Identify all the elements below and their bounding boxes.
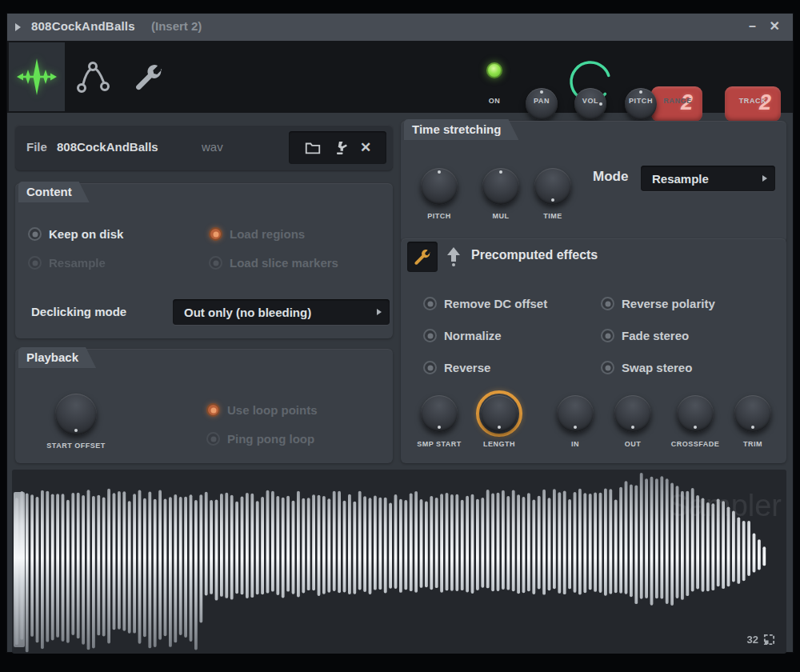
track-label: TRACK [739, 97, 767, 105]
load-regions-checkbox[interactable] [209, 227, 222, 241]
precomputed-wrench-button[interactable] [407, 242, 438, 272]
dropdown-arrow-icon [762, 175, 767, 182]
keep-on-disk-checkbox[interactable] [28, 227, 42, 241]
playback-header: Playback [18, 347, 96, 368]
ts-mul-label: MUL [493, 212, 510, 220]
waveform-icon [16, 56, 58, 98]
load-slice-markers-checkbox[interactable] [209, 256, 222, 270]
file-buttons: ✕ [289, 131, 386, 164]
channel-enable-led[interactable] [486, 62, 502, 78]
window-subtitle: (Insert 2) [151, 19, 202, 33]
on-label: ON [489, 97, 501, 105]
stretch-mode-value: Resample [652, 172, 709, 186]
ping-pong-loop-label[interactable]: Ping pong loop [227, 432, 314, 446]
swap-stereo-label[interactable]: Swap stereo [622, 361, 692, 374]
fade-stereo-checkbox[interactable] [601, 329, 614, 342]
dropdown-arrow-icon [377, 309, 382, 315]
smp-start-label: SMP START [417, 440, 462, 448]
declicking-mode-value: Out only (no bleeding) [184, 306, 311, 319]
wrench-icon [133, 61, 165, 93]
normalize-checkbox[interactable] [423, 329, 437, 342]
selection-square-icon [763, 634, 775, 646]
file-extension: wav [202, 140, 223, 154]
mode-label: Mode [593, 169, 628, 185]
remove-dc-offset-label[interactable]: Remove DC offset [444, 297, 547, 310]
waveform-display[interactable]: 32 [12, 470, 786, 654]
load-slice-markers-label[interactable]: Load slice markers [230, 256, 338, 270]
resample-checkbox[interactable] [28, 256, 42, 270]
envelope-icon [75, 59, 110, 94]
start-offset-label: START OFFSET [46, 442, 105, 450]
close-button[interactable]: ✕ [770, 18, 780, 35]
reverse-polarity-checkbox[interactable] [601, 297, 614, 310]
ping-pong-loop-checkbox[interactable] [206, 432, 220, 446]
declicking-mode-label: Declicking mode [31, 305, 126, 318]
ts-mul-knob[interactable] [482, 168, 519, 205]
ts-time-knob[interactable] [534, 168, 571, 205]
minimize-button[interactable]: – [749, 18, 756, 35]
keep-on-disk-label[interactable]: Keep on disk [49, 227, 123, 241]
channel-options-arrow-icon[interactable] [15, 23, 21, 31]
load-regions-label[interactable]: Load regions [230, 227, 305, 241]
normalize-label[interactable]: Normalize [444, 329, 502, 342]
out-label: OUT [625, 440, 642, 448]
range-label: RANGE [663, 97, 692, 105]
start-offset-knob[interactable] [55, 394, 97, 435]
title-bar[interactable]: 808CockAndBalls (Insert 2) – ✕ [7, 14, 793, 42]
reverse-checkbox[interactable] [423, 361, 437, 374]
length-label: LENGTH [483, 440, 515, 448]
content-header: Content [18, 182, 90, 202]
resample-label[interactable]: Resample [49, 256, 106, 270]
ts-pitch-label: PITCH [427, 212, 451, 220]
declicking-mode-dropdown[interactable]: Out only (no bleeding) [173, 299, 390, 325]
vol-label: VOL [582, 97, 598, 105]
tab-sample[interactable] [9, 42, 65, 111]
in-knob[interactable] [557, 395, 594, 432]
precomputed-effects-group: Precomputed effects Remove DC offset Rev… [401, 238, 786, 463]
file-name: 808CockAndBalls [57, 140, 158, 154]
playback-group: Playback START OFFSET Use loop points Pi… [15, 349, 393, 463]
unload-sample-icon[interactable]: ✕ [360, 139, 371, 156]
sampler-channel-window: 808CockAndBalls (Insert 2) – ✕ [6, 13, 794, 653]
toolbar: ON PAN VOL 2 PITCH RANGE 2 TRACK [7, 41, 793, 113]
ts-time-label: TIME [543, 212, 562, 220]
pitch-label: PITCH [629, 97, 653, 105]
file-label: File [26, 140, 47, 154]
stamp-icon[interactable] [333, 140, 349, 156]
file-panel: File 808CockAndBalls wav ✕ [15, 125, 393, 170]
in-label: IN [571, 440, 579, 448]
ts-pitch-knob[interactable] [421, 168, 458, 205]
content-group: Content Keep on disk Load regions Resamp… [15, 183, 393, 338]
wrench-icon [413, 247, 432, 266]
waveform-canvas[interactable] [12, 470, 786, 654]
bit-depth-indicator: 32 [747, 634, 758, 646]
trim-knob[interactable] [734, 395, 771, 432]
smp-start-knob[interactable] [421, 395, 458, 432]
window-title: 808CockAndBalls [31, 19, 135, 33]
tab-misc-functions[interactable] [121, 42, 177, 111]
length-knob[interactable] [481, 395, 518, 432]
out-knob[interactable] [614, 395, 651, 432]
reverse-polarity-label[interactable]: Reverse polarity [622, 297, 715, 310]
precomputed-header: Precomputed effects [471, 248, 598, 262]
waveform-info: 32 [747, 634, 775, 646]
swap-stereo-checkbox[interactable] [601, 361, 614, 374]
fade-stereo-label[interactable]: Fade stereo [622, 329, 689, 342]
screen: 808CockAndBalls (Insert 2) – ✕ [0, 0, 800, 672]
remove-dc-offset-checkbox[interactable] [423, 297, 437, 310]
stretch-mode-dropdown[interactable]: Resample [641, 166, 775, 191]
crossfade-knob[interactable] [677, 395, 714, 432]
use-loop-points-checkbox[interactable] [206, 403, 220, 417]
time-stretching-header: Time stretching [404, 119, 518, 140]
use-loop-points-label[interactable]: Use loop points [227, 403, 318, 417]
tab-envelope[interactable] [65, 42, 121, 111]
crossfade-label: CROSSFADE [671, 440, 720, 448]
reverse-label[interactable]: Reverse [444, 361, 490, 374]
arrow-up-icon[interactable] [446, 246, 462, 267]
time-stretching-group: Time stretching PITCH MUL TIME Mode Resa… [401, 121, 786, 243]
trim-label: TRIM [743, 440, 762, 448]
open-folder-icon[interactable] [304, 139, 322, 157]
pan-label: PAN [534, 97, 550, 105]
